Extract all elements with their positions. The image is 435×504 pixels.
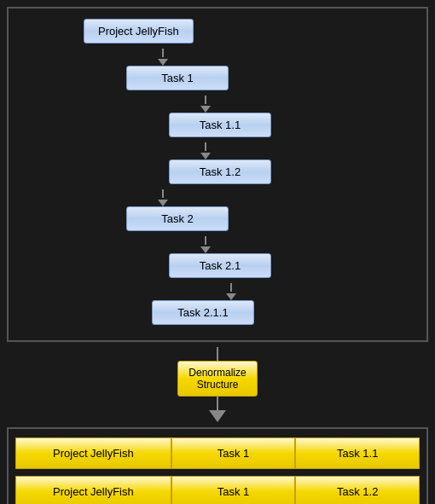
node-label: Task 1.1: [200, 119, 241, 131]
main-container: Project JellyFish Task 1 Task 1.1: [0, 0, 435, 504]
table-cell-2-3: Task 1.2: [295, 476, 420, 504]
node-label: Task 2: [161, 212, 194, 225]
big-arrow: [209, 410, 226, 422]
cell-label: Project JellyFish: [53, 447, 134, 460]
connector-4: [205, 236, 206, 253]
cell-label: Project JellyFish: [53, 485, 134, 498]
tree-row-0: Project JellyFish: [84, 19, 420, 43]
table-cell-1-1: Project JellyFish: [15, 437, 171, 469]
cell-label: Task 1.1: [337, 447, 378, 460]
table-cell-2-1: Project JellyFish: [15, 476, 171, 504]
cell-label: Task 1.2: [337, 485, 378, 498]
node-label: Task 1.2: [200, 165, 241, 178]
node-label: Project JellyFish: [98, 25, 179, 38]
table-section: Project JellyFish Task 1 Task 1.1 Projec…: [7, 427, 428, 504]
table-cell-2-2: Task 1: [171, 476, 296, 504]
big-line-bottom: [217, 397, 218, 410]
tree-row-5: Task 2.1: [169, 253, 420, 278]
connector-0: [162, 49, 164, 66]
tree-row-6: Task 2.1.1: [152, 300, 420, 325]
connector-2: [205, 142, 206, 159]
connector-1: [205, 96, 206, 113]
arrow-section: Denormalize Structure: [7, 342, 428, 427]
cell-label: Task 1: [218, 447, 250, 460]
table-row-2: Project JellyFish Task 1 Task 1.2: [15, 476, 420, 504]
node-label: Task 2.1.1: [177, 306, 228, 319]
tree-row-3: Task 1.2: [169, 159, 420, 184]
table-cell-1-3: Task 1.1: [295, 437, 420, 469]
denormalize-box: Denormalize Structure: [177, 361, 257, 397]
denormalize-label-2: Structure: [197, 379, 239, 391]
cell-label: Task 1: [218, 485, 250, 498]
tree-row-1: Task 1: [126, 66, 420, 90]
tree-row-4: Task 2: [126, 206, 420, 231]
table-row-1: Project JellyFish Task 1 Task 1.1: [15, 437, 420, 469]
node-task2: Task 2: [126, 206, 229, 231]
node-task1: Task 1: [126, 66, 229, 90]
node-project-jellyfish: Project JellyFish: [84, 19, 194, 43]
connector-5: [230, 283, 232, 300]
tree-row-2: Task 1.1: [169, 113, 420, 137]
node-task12: Task 1.2: [169, 159, 271, 184]
node-task211: Task 2.1.1: [152, 300, 254, 325]
node-task11: Task 1.1: [169, 113, 271, 137]
table-cell-1-2: Task 1: [171, 437, 296, 469]
big-line-top: [217, 347, 218, 361]
node-label: Task 2.1: [200, 259, 241, 272]
denormalize-label-1: Denormalize: [188, 367, 246, 379]
connector-3: [162, 189, 164, 206]
tree-section: Project JellyFish Task 1 Task 1.1: [7, 7, 428, 342]
node-label: Task 1: [161, 72, 194, 84]
node-task21: Task 2.1: [169, 253, 271, 278]
